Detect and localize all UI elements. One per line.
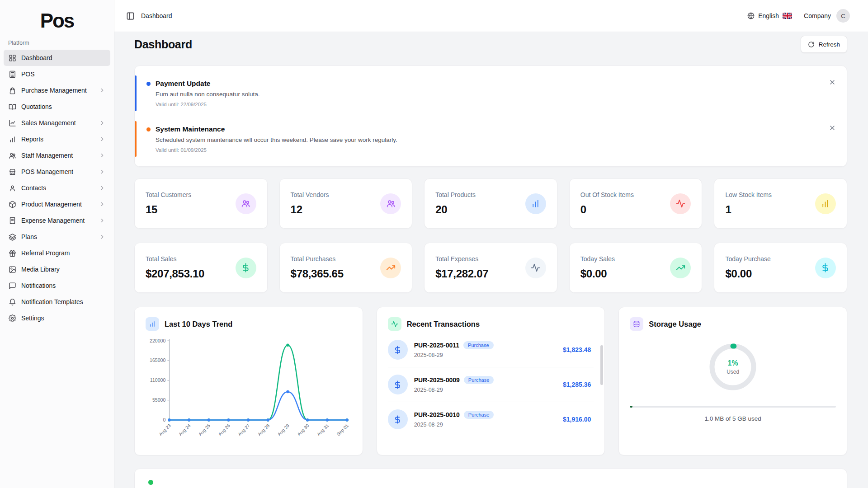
close-icon[interactable] — [829, 79, 836, 86]
sidebar-item-product-management[interactable]: Product Management — [4, 196, 110, 212]
gear-icon — [9, 314, 16, 322]
sidebar-toggle-icon[interactable] — [126, 12, 135, 20]
layers-icon — [9, 233, 16, 241]
stats-row: Total Customers15 Total Vendors12 Total … — [134, 178, 847, 229]
scrollbar-thumb[interactable] — [600, 345, 603, 385]
stat-value: $0.00 — [725, 267, 770, 280]
sidebar-item-reports[interactable]: Reports — [4, 131, 110, 147]
status-dot — [148, 480, 153, 485]
sidebar-item-dashboard[interactable]: Dashboard — [4, 50, 110, 66]
refresh-label: Refresh — [819, 41, 840, 48]
refresh-icon — [808, 41, 815, 48]
stat-out-of-stock: Out Of Stock Items0 — [569, 178, 703, 229]
avatar[interactable]: C — [836, 9, 850, 23]
sidebar-item-expense-management[interactable]: Expense Management — [4, 212, 110, 229]
svg-text:Aug 31: Aug 31 — [316, 423, 330, 437]
sidebar-item-notification-templates[interactable]: Notification Templates — [4, 294, 110, 310]
chevron-right-icon — [99, 217, 105, 224]
chevron-right-icon — [99, 152, 105, 159]
transaction-type-badge: Purchase — [463, 341, 493, 349]
transaction-amount: $1,916.00 — [563, 416, 591, 423]
sidebar-item-purchase-management[interactable]: Purchase Management — [4, 82, 110, 99]
sidebar-item-pos-management[interactable]: POS Management — [4, 164, 110, 180]
package-icon — [9, 201, 16, 208]
close-icon[interactable] — [829, 124, 836, 131]
svg-text:220000: 220000 — [150, 338, 165, 343]
storage-donut: 1% Used — [707, 341, 759, 393]
sidebar-item-contacts[interactable]: Contacts — [4, 180, 110, 196]
refresh-button[interactable]: Refresh — [801, 36, 847, 53]
dollar-icon — [388, 340, 408, 360]
store-icon — [9, 168, 16, 176]
transaction-row[interactable]: PUR-2025-0009Purchase 2025-08-29 $1,285.… — [388, 367, 594, 402]
chevron-right-icon — [99, 136, 105, 142]
notice-title: System Maintenance — [156, 125, 820, 133]
topbar-right: English Company C — [747, 9, 850, 23]
receipt-icon — [9, 217, 16, 225]
brand-logo-text: Pos — [0, 11, 114, 31]
gift-icon — [9, 249, 16, 257]
breadcrumb: Dashboard — [141, 12, 172, 19]
sidebar-nav: Dashboard POS Purchase Management Quotat… — [0, 50, 114, 326]
sidebar-item-media-library[interactable]: Media Library — [4, 261, 110, 277]
sidebar-item-settings[interactable]: Settings — [4, 310, 110, 326]
language-selector[interactable]: English — [747, 12, 792, 19]
sidebar-item-staff-management[interactable]: Staff Management — [4, 147, 110, 164]
transaction-row[interactable]: PUR-2025-0011Purchase 2025-08-29 $1,823.… — [388, 333, 594, 367]
notice-message: Scheduled system maintenance will occur … — [156, 136, 820, 143]
svg-text:Aug 26: Aug 26 — [217, 423, 231, 437]
stat-today-purchase: Today Purchase$0.00 — [714, 243, 847, 293]
calculator-icon — [9, 70, 16, 78]
storage-progress-fill — [630, 406, 632, 408]
stat-label: Total Customers — [146, 191, 191, 198]
stat-today-sales: Today Sales$0.00 — [569, 243, 703, 293]
activity-icon — [388, 317, 401, 331]
panel-header: Recent Transactions — [388, 317, 594, 331]
notice-valid-until: Valid until: 01/09/2025 — [156, 147, 820, 153]
chevron-right-icon — [99, 185, 105, 191]
company-menu[interactable]: Company C — [804, 9, 850, 23]
database-icon — [630, 317, 643, 331]
sidebar-item-referral-program[interactable]: Referral Program — [4, 245, 110, 261]
bar-chart-icon — [815, 193, 836, 214]
sidebar-item-quotations[interactable]: Quotations — [4, 99, 110, 115]
stat-value: $17,282.07 — [435, 267, 488, 280]
svg-text:Aug 30: Aug 30 — [296, 423, 310, 437]
logo: Pos — [0, 0, 114, 37]
bar-chart-icon — [146, 317, 159, 331]
stat-value: 12 — [291, 203, 329, 216]
sidebar-item-plans[interactable]: Plans — [4, 229, 110, 245]
notice-title: Payment Update — [156, 80, 820, 88]
panel-title: Storage Usage — [649, 320, 701, 328]
svg-text:Aug 23: Aug 23 — [158, 423, 172, 437]
users-icon — [9, 152, 16, 160]
storage-percent: 1% — [728, 359, 738, 367]
notice-accent-bar — [135, 121, 137, 157]
user-icon — [9, 184, 16, 192]
stat-label: Total Sales — [146, 255, 204, 263]
transaction-ref: PUR-2025-0010 — [414, 411, 460, 418]
stat-label: Today Purchase — [725, 255, 770, 263]
notice-message: Eum aut nulla non consequatur soluta. — [156, 91, 820, 98]
panels-row: Last 10 Days Trend 055000110000165000220… — [134, 307, 847, 455]
panel-header: Storage Usage — [630, 317, 836, 331]
notice-payment-update: Payment Update Eum aut nulla non consequ… — [135, 73, 847, 113]
svg-text:Aug 24: Aug 24 — [178, 423, 192, 437]
stat-total-vendors: Total Vendors12 — [279, 178, 413, 229]
stat-label: Total Products — [435, 191, 476, 198]
transaction-row[interactable]: PUR-2025-0010Purchase 2025-08-29 $1,916.… — [388, 402, 594, 436]
sidebar-item-pos[interactable]: POS — [4, 66, 110, 82]
stats-row: Total Sales$207,853.10 Total Purchases$7… — [134, 243, 847, 293]
storage-usage-panel: Storage Usage 1% Used 1.0 MB of 5 GB use… — [618, 307, 847, 455]
language-label: English — [758, 12, 779, 19]
svg-text:165000: 165000 — [150, 357, 165, 363]
transaction-date: 2025-08-29 — [414, 387, 494, 393]
stat-value: 20 — [435, 203, 476, 216]
storage-usage-text: 1.0 MB of 5 GB used — [630, 415, 836, 422]
dollar-icon — [815, 258, 836, 278]
transaction-type-badge: Purchase — [464, 376, 494, 384]
panel-header: Last 10 Days Trend — [146, 317, 352, 331]
sidebar-item-notifications[interactable]: Notifications — [4, 277, 110, 294]
transaction-ref: PUR-2025-0011 — [414, 342, 459, 349]
sidebar-item-sales-management[interactable]: Sales Management — [4, 115, 110, 131]
